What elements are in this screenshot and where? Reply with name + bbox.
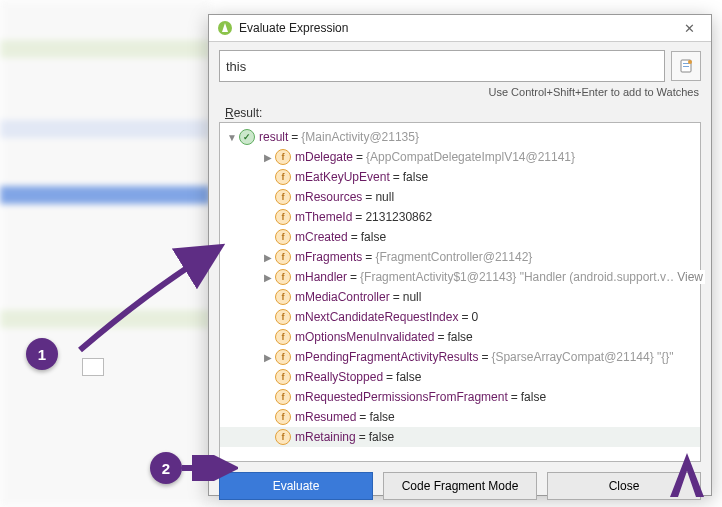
svg-point-4 [688, 60, 692, 64]
tree-row[interactable]: ▶fmHandler = {FragmentActivity$1@21143} … [220, 267, 700, 287]
field-icon: f [275, 209, 291, 225]
field-icon: f [275, 189, 291, 205]
field-value: false [447, 330, 472, 344]
field-value: {MainActivity@21135} [301, 130, 419, 144]
evaluate-button[interactable]: Evaluate [219, 472, 373, 500]
tree-row[interactable]: fmRequestedPermissionsFromFragment = fal… [220, 387, 700, 407]
expand-arrow-icon[interactable]: ▼ [226, 132, 238, 143]
field-value: false [396, 370, 421, 384]
field-value: {SparseArrayCompat@21144} "{}" [491, 350, 673, 364]
tree-row[interactable]: fmMediaController = null [220, 287, 700, 307]
tree-row[interactable]: fmRetaining = false [220, 427, 700, 447]
field-name: mMediaController [295, 290, 390, 304]
field-icon: f [275, 409, 291, 425]
svg-rect-2 [683, 63, 689, 64]
result-icon: ✓ [239, 129, 255, 145]
tree-row[interactable]: fmNextCandidateRequestIndex = 0 [220, 307, 700, 327]
field-icon: f [275, 329, 291, 345]
field-name: result [259, 130, 288, 144]
result-label: Result: [225, 106, 701, 120]
annotation-badge-1: 1 [26, 338, 58, 370]
hint-text: Use Control+Shift+Enter to add to Watche… [219, 86, 699, 98]
field-value: false [521, 390, 546, 404]
field-icon: f [275, 389, 291, 405]
field-name: mThemeId [295, 210, 352, 224]
code-fragment-mode-button[interactable]: Code Fragment Mode [383, 472, 537, 500]
annotation-badge-2: 2 [150, 452, 182, 484]
field-icon: f [275, 269, 291, 285]
field-value: false [369, 410, 394, 424]
evaluate-expression-dialog: Evaluate Expression ✕ Use Control+Shift+… [208, 14, 712, 496]
android-studio-icon [217, 20, 233, 36]
expand-arrow-icon[interactable]: ▶ [262, 252, 274, 263]
field-icon: f [275, 149, 291, 165]
tree-row[interactable]: ▶fmFragments = {FragmentController@21142… [220, 247, 700, 267]
brand-logo-icon [660, 447, 714, 501]
tree-row[interactable]: fmThemeId = 2131230862 [220, 207, 700, 227]
field-name: mDelegate [295, 150, 353, 164]
tree-row[interactable]: fmResources = null [220, 187, 700, 207]
field-icon: f [275, 229, 291, 245]
field-icon: f [275, 249, 291, 265]
field-icon: f [275, 429, 291, 445]
expand-arrow-icon[interactable]: ▶ [262, 152, 274, 163]
expression-input[interactable] [219, 50, 665, 82]
field-name: mRetaining [295, 430, 356, 444]
tree-row[interactable]: ▶fmDelegate = {AppCompatDelegateImplV14@… [220, 147, 700, 167]
view-link[interactable]: View [675, 270, 701, 284]
tree-row[interactable]: fmReallyStopped = false [220, 367, 700, 387]
field-name: mPendingFragmentActivityResults [295, 350, 478, 364]
field-value: {FragmentActivity$1@21143} "Handler (and… [360, 270, 678, 284]
field-name: mHandler [295, 270, 347, 284]
dialog-close-button[interactable]: ✕ [671, 15, 707, 41]
titlebar: Evaluate Expression ✕ [209, 15, 711, 42]
clipboard-icon [678, 58, 694, 74]
tree-row[interactable]: fmCreated = false [220, 227, 700, 247]
field-name: mRequestedPermissionsFromFragment [295, 390, 508, 404]
field-value: false [403, 170, 428, 184]
field-value: 0 [471, 310, 478, 324]
field-value: {FragmentController@21142} [375, 250, 532, 264]
field-name: mCreated [295, 230, 348, 244]
field-name: mOptionsMenuInvalidated [295, 330, 434, 344]
tree-row[interactable]: fmResumed = false [220, 407, 700, 427]
expression-history-button[interactable] [671, 51, 701, 81]
expand-arrow-icon[interactable]: ▶ [262, 352, 274, 363]
tree-row[interactable]: fmOptionsMenuInvalidated = false [220, 327, 700, 347]
field-value: 2131230862 [365, 210, 432, 224]
field-icon: f [275, 349, 291, 365]
tree-row[interactable]: ▶fmPendingFragmentActivityResults = {Spa… [220, 347, 700, 367]
field-value: {AppCompatDelegateImplV14@21141} [366, 150, 575, 164]
field-name: mReallyStopped [295, 370, 383, 384]
tree-row[interactable]: fmEatKeyUpEvent = false [220, 167, 700, 187]
toolbar-icon [82, 358, 104, 376]
field-icon: f [275, 369, 291, 385]
result-tree[interactable]: ▼✓result = {MainActivity@21135}▶fmDelega… [219, 122, 701, 462]
field-value: null [403, 290, 422, 304]
field-value: null [375, 190, 394, 204]
field-name: mEatKeyUpEvent [295, 170, 390, 184]
field-name: mResumed [295, 410, 356, 424]
tree-row[interactable]: ▼✓result = {MainActivity@21135} [220, 127, 700, 147]
field-icon: f [275, 309, 291, 325]
expand-arrow-icon[interactable]: ▶ [262, 272, 274, 283]
field-icon: f [275, 169, 291, 185]
dialog-title: Evaluate Expression [239, 21, 671, 35]
field-name: mResources [295, 190, 362, 204]
field-value: false [369, 430, 394, 444]
field-name: mNextCandidateRequestIndex [295, 310, 458, 324]
field-value: false [361, 230, 386, 244]
field-icon: f [275, 289, 291, 305]
svg-rect-3 [683, 66, 689, 67]
field-name: mFragments [295, 250, 362, 264]
